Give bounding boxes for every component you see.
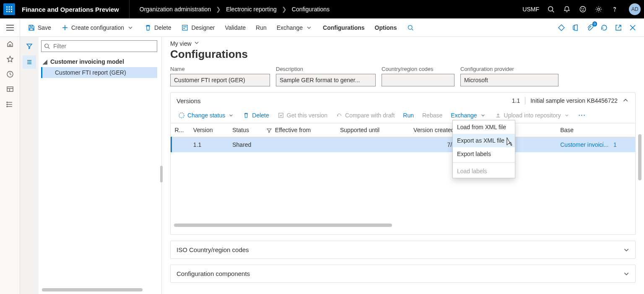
chevron-down-icon [194,40,201,47]
sidepanel-hscroll[interactable] [42,288,157,292]
breadcrumb-item[interactable]: Organization administration [140,6,211,13]
field-provider[interactable] [460,74,558,86]
options-button[interactable]: Options [371,22,401,34]
designer-button[interactable]: Designer [177,21,219,34]
run-button[interactable]: Run [252,22,271,34]
menu-export-xml[interactable]: Export as XML file [453,134,515,147]
col-supported[interactable]: Supported until [337,123,410,137]
company-code[interactable]: USMF [522,6,539,13]
versions-card: Versions 1.1 Initial sample version KB44… [170,92,636,235]
cmd-search-button[interactable] [402,21,418,34]
gear-icon[interactable] [595,5,603,13]
save-button[interactable]: Save [23,21,55,34]
svg-point-15 [614,11,615,11]
home-icon[interactable] [5,39,15,49]
field-name[interactable] [170,74,270,86]
caret-down-icon: ◢ [43,58,48,65]
chevron-down-icon [623,247,629,253]
field-label-name: Name [170,66,270,72]
close-icon[interactable] [628,23,637,32]
cell-supported [337,137,410,153]
workspace-icon[interactable] [5,85,15,94]
breadcrumb-item[interactable]: Configurations [292,6,330,13]
breadcrumb-item[interactable]: Electronic reporting [226,6,277,13]
menu-load-xml[interactable]: Load from XML file [453,120,515,134]
search-icon[interactable] [547,5,555,13]
app-launcher-icon[interactable] [3,3,15,15]
recent-icon[interactable] [5,70,15,79]
exchange-label: Exchange [277,24,303,31]
chevron-up-icon[interactable] [623,97,629,104]
more-button[interactable]: ··· [576,112,589,119]
breadcrumb: Organization administration ❯ Electronic… [140,6,523,13]
svg-point-12 [582,8,582,9]
col-r[interactable]: R... [171,123,190,137]
versions-run-button[interactable]: Run [400,110,416,120]
compare-button: Compare with draft [333,110,397,120]
star-icon[interactable] [5,55,15,64]
col-base[interactable]: Base [557,123,635,137]
cell-effective [263,137,337,153]
col-status[interactable]: Status [229,123,263,137]
versions-delete-button[interactable]: Delete [240,110,271,120]
modules-icon[interactable] [5,100,15,109]
main: My view Configurations Name Description … [162,37,644,294]
create-button[interactable]: Create configuration [57,21,138,34]
versions-exchange-button[interactable]: Exchange [448,110,488,120]
col-version[interactable]: Version [190,123,229,137]
config-tree: ◢ Customer invoicing model Customer FTI … [41,56,157,78]
main-vscroll[interactable] [638,134,641,180]
exchange-button[interactable]: Exchange [273,21,317,34]
bell-icon[interactable] [563,5,571,13]
versions-toolbar: Change status Delete Get this version Co… [171,109,635,123]
svg-rect-6 [6,11,8,12]
svg-rect-0 [6,6,8,8]
grid-hscroll[interactable] [174,224,632,228]
attach-icon[interactable] [585,23,595,32]
svg-point-14 [597,8,600,10]
menu-export-labels[interactable]: Export labels [453,147,515,161]
upload-icon [495,112,501,119]
filter-tab[interactable] [23,39,36,53]
field-description[interactable] [276,74,376,86]
svg-point-39 [45,44,49,48]
hamburger-icon[interactable] [0,18,20,36]
col-effective[interactable]: Effective from [263,123,337,137]
versions-title: Versions [177,97,201,104]
table-row[interactable]: 1.1 Shared 7/31/2018 5:51:01 AM Customer… [171,137,636,153]
delete-button[interactable]: Delete [140,21,175,34]
section-iso[interactable]: ISO Country/region codes [170,241,636,259]
validate-button[interactable]: Validate [221,22,250,34]
chevron-down-icon [228,112,234,119]
section-components[interactable]: Configuration components [170,265,636,283]
view-picker[interactable]: My view [170,40,636,47]
chevron-down-icon [305,24,313,31]
field-label-desc: Description [276,66,376,72]
download-icon [278,112,284,119]
svg-rect-2 [11,6,12,8]
splitter-handle[interactable] [160,166,163,182]
avatar[interactable]: AD [629,3,641,15]
change-status-button[interactable]: Change status [176,110,237,120]
svg-point-34 [7,104,8,105]
svg-point-35 [7,106,8,107]
field-label-crc: Country/region codes [382,66,454,72]
tree-root[interactable]: ◢ Customer invoicing model [41,56,157,67]
field-country-codes[interactable] [382,74,454,86]
help-icon[interactable] [610,5,619,13]
popout-icon[interactable] [614,23,623,32]
configurations-button[interactable]: Configurations [319,22,369,34]
office-icon[interactable] [571,23,580,32]
versions-head-desc: Initial sample version KB4456722 [530,97,618,104]
list-tab[interactable] [23,55,36,69]
search-icon [407,24,414,31]
configurations-label: Configurations [323,24,365,31]
view-label: My view [170,40,192,47]
tree-child-selected[interactable]: Customer FTI report (GER) [41,67,157,78]
smile-icon[interactable] [579,5,587,13]
tree-filter[interactable] [41,40,157,52]
tree-filter-input[interactable] [52,42,154,50]
plus-icon [61,24,69,31]
refresh-icon[interactable] [600,23,609,32]
diamond-icon[interactable] [557,23,566,32]
